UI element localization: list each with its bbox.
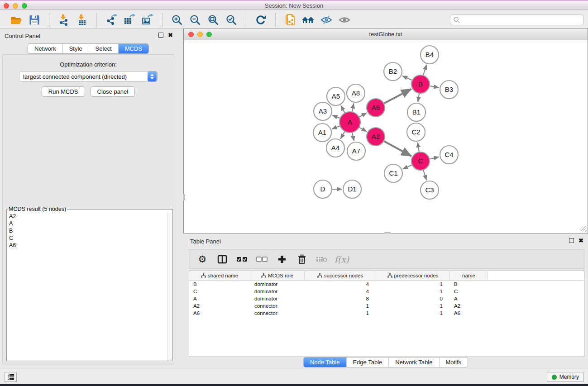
delete-column-button[interactable] xyxy=(294,252,310,267)
table-cell[interactable]: C xyxy=(189,289,250,294)
export-network-button[interactable] xyxy=(102,13,120,27)
export-table-button[interactable] xyxy=(120,13,139,27)
table-cell[interactable]: 4 xyxy=(305,281,376,287)
table-cell[interactable]: B xyxy=(450,281,488,287)
close-panel-button[interactable]: Close panel xyxy=(91,86,135,97)
edge-C-C4[interactable] xyxy=(430,157,439,159)
mcds-result-item[interactable]: A xyxy=(9,220,165,227)
table-cell[interactable]: C xyxy=(450,289,488,294)
edge-B-B4[interactable] xyxy=(423,65,426,75)
column-header-predecessor-nodes[interactable]: predecessor nodes xyxy=(376,271,450,280)
node-C3[interactable]: C3 xyxy=(421,181,439,199)
node-A6[interactable]: A6 xyxy=(367,99,385,117)
column-header-MCDS-role[interactable]: MCDS role xyxy=(250,271,305,280)
hide-details-button[interactable] xyxy=(317,13,335,27)
unselect-all-columns-button[interactable] xyxy=(254,252,270,267)
table-settings-button[interactable]: ⚙ xyxy=(195,252,210,267)
table-cell[interactable]: 1 xyxy=(376,289,450,294)
split-panel-button[interactable] xyxy=(215,252,230,267)
node-D[interactable]: D xyxy=(314,180,332,198)
tab-edge-table[interactable]: Edge Table xyxy=(346,357,388,367)
resize-grip[interactable] xyxy=(581,226,587,233)
table-cell[interactable]: A xyxy=(189,296,250,301)
node-C1[interactable]: C1 xyxy=(384,164,402,182)
table-cell[interactable]: A6 xyxy=(450,310,488,316)
node-A7[interactable]: A7 xyxy=(347,142,365,160)
node-D1[interactable]: D1 xyxy=(343,180,361,198)
mcds-result-item[interactable]: A6 xyxy=(9,242,165,249)
edge-A6-B[interactable] xyxy=(384,89,411,104)
column-header-successor-nodes[interactable]: successor nodes xyxy=(305,271,376,280)
table-cell[interactable]: 1 xyxy=(376,310,450,316)
search-input[interactable] xyxy=(460,15,583,24)
node-C2[interactable]: C2 xyxy=(407,123,425,141)
table-cell[interactable]: 1 xyxy=(305,303,376,309)
mcds-result-item[interactable]: B xyxy=(9,227,165,234)
show-details-button[interactable] xyxy=(335,13,354,27)
edge-A-A3[interactable] xyxy=(332,115,339,119)
import-network-button[interactable] xyxy=(55,13,73,27)
table-cell[interactable]: 8 xyxy=(305,296,376,301)
column-header-shared-name[interactable]: shared name xyxy=(189,271,250,280)
table-row[interactable]: A2connector11A2 xyxy=(189,302,584,310)
node-C[interactable]: C xyxy=(411,152,430,170)
node-A2[interactable]: A2 xyxy=(367,128,385,146)
table-cell[interactable]: 1 xyxy=(376,281,450,287)
table-row[interactable]: Bdominator41B xyxy=(189,281,584,288)
node-A1[interactable]: A1 xyxy=(313,124,331,142)
table-cell[interactable]: 1 xyxy=(376,303,450,309)
edge-A-A8[interactable] xyxy=(352,104,354,112)
float-panel-button[interactable] xyxy=(158,33,163,38)
tab-network[interactable]: Network xyxy=(28,44,62,53)
close-table-panel-icon[interactable]: ✖ xyxy=(578,238,583,243)
node-A[interactable]: A xyxy=(339,112,360,133)
node-B3[interactable]: B3 xyxy=(440,81,458,99)
destroy-table-button[interactable] xyxy=(314,252,330,267)
memory-button[interactable]: Memory xyxy=(547,372,584,382)
result-scrollbar[interactable] xyxy=(167,212,172,361)
float-table-panel-button[interactable] xyxy=(569,238,574,243)
edge-B-B3[interactable] xyxy=(430,86,439,88)
mcds-result-item[interactable]: A2 xyxy=(9,213,165,220)
home-button[interactable] xyxy=(299,13,317,27)
function-builder-button[interactable]: f(x) xyxy=(334,252,349,267)
mcds-result-item[interactable]: C xyxy=(9,234,165,242)
table-cell[interactable]: dominator xyxy=(250,289,305,294)
run-mcds-button[interactable]: Run MCDS xyxy=(42,86,85,97)
network-graph-canvas[interactable]: B4B2BB3A8A5A6A3B1AC2A1A2A4A7C4CC1C3DD1 xyxy=(184,40,587,233)
node-A8[interactable]: A8 xyxy=(347,84,365,102)
apply-layout-button[interactable] xyxy=(252,13,270,27)
criterion-dropdown[interactable]: largest connected component (directed) xyxy=(19,71,158,82)
table-cell[interactable]: dominator xyxy=(250,296,305,301)
table-row[interactable]: A6connector11A6 xyxy=(189,310,584,317)
edge-B-B1[interactable] xyxy=(418,94,419,102)
table-cell[interactable]: A2 xyxy=(450,303,488,309)
node-table[interactable]: shared nameMCDS rolesuccessor nodesprede… xyxy=(189,271,584,357)
export-image-button[interactable] xyxy=(139,13,157,27)
edge-A2-C[interactable] xyxy=(384,141,411,156)
edge-C-C1[interactable] xyxy=(403,165,412,169)
table-cell[interactable]: A2 xyxy=(189,303,250,309)
zoom-fit-button[interactable] xyxy=(204,13,222,27)
tab-style[interactable]: Style xyxy=(62,44,89,53)
tab-motifs[interactable]: Motifs xyxy=(439,357,468,367)
edge-A-A4[interactable] xyxy=(340,132,344,139)
edge-A-A7[interactable] xyxy=(352,133,354,141)
node-B[interactable]: B xyxy=(411,75,430,93)
edge-A-A1[interactable] xyxy=(332,126,340,129)
zoom-out-button[interactable] xyxy=(186,13,204,27)
edge-B-B2[interactable] xyxy=(402,76,412,81)
select-all-columns-button[interactable] xyxy=(234,252,250,267)
open-session-button[interactable] xyxy=(7,13,25,27)
tab-network-table[interactable]: Network Table xyxy=(388,357,439,367)
table-row[interactable]: Cdominator41C xyxy=(189,288,584,295)
save-session-button[interactable] xyxy=(25,13,43,27)
node-A5[interactable]: A5 xyxy=(327,87,345,105)
column-header-name[interactable]: name xyxy=(450,271,488,280)
edge-A-A5[interactable] xyxy=(341,105,345,113)
table-cell[interactable]: 1 xyxy=(305,310,376,316)
tab-node-table[interactable]: Node Table xyxy=(304,357,346,367)
search-field[interactable] xyxy=(450,14,583,25)
close-panel-icon[interactable]: ✖ xyxy=(168,33,173,38)
zoom-in-button[interactable] xyxy=(168,13,186,27)
